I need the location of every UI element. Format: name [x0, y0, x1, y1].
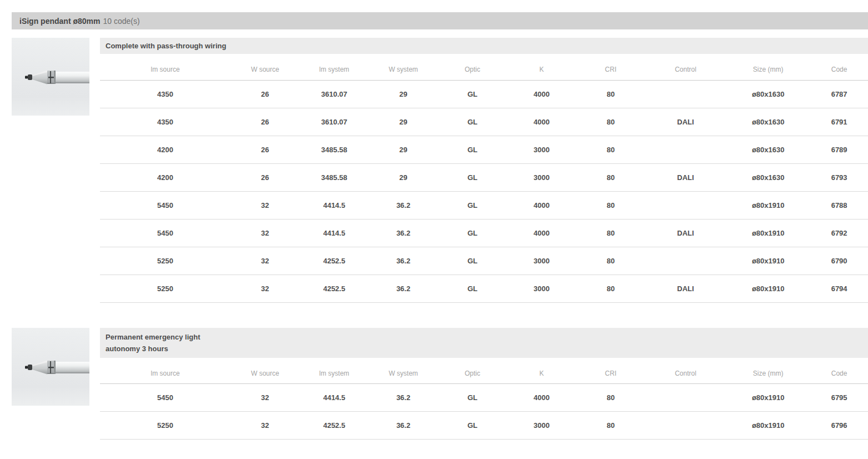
- table-cell: GL: [438, 247, 507, 275]
- table-cell: [645, 191, 726, 219]
- column-header: W system: [369, 358, 438, 384]
- table-row: 4200263485.5829GL300080DALIø80x16306793: [100, 163, 868, 191]
- table-cell: 26: [230, 163, 299, 191]
- table-cell: 4000: [507, 108, 576, 136]
- table-cell: 6789: [810, 136, 868, 163]
- column-header: lm system: [300, 358, 369, 384]
- table-cell: 6788: [810, 191, 868, 219]
- table-cell: ø80x1630: [726, 163, 810, 191]
- table-cell: 4414.5: [300, 384, 369, 412]
- table-cell: 36.2: [369, 412, 438, 440]
- table-cell: ø80x1910: [726, 247, 810, 275]
- table-cell: 32: [230, 219, 299, 247]
- table-cell: 4350: [100, 80, 230, 108]
- table-cell: ø80x1630: [726, 108, 810, 136]
- table-cell: 3000: [507, 247, 576, 275]
- table-cell: 5450: [100, 384, 230, 412]
- table-cell: 4000: [507, 219, 576, 247]
- table-cell: 36.2: [369, 191, 438, 219]
- table-cell: ø80x1630: [726, 80, 810, 108]
- table-cell: GL: [438, 219, 507, 247]
- table-cell: 80: [576, 108, 645, 136]
- table-cell: 80: [576, 247, 645, 275]
- column-header: lm source: [100, 54, 230, 80]
- table-cell: [645, 247, 726, 275]
- table-cell: 80: [576, 80, 645, 108]
- table-cell: 5250: [100, 247, 230, 275]
- table-cell: 4200: [100, 163, 230, 191]
- table-cell: 6796: [810, 412, 868, 440]
- table-cell: [645, 412, 726, 440]
- product-code-count: 10 code(s): [103, 17, 139, 26]
- table-cell: GL: [438, 136, 507, 163]
- table-cell: 80: [576, 412, 645, 440]
- product-thumbnail[interactable]: [12, 328, 89, 406]
- table-cell: 3610.07: [300, 108, 369, 136]
- table-cell: ø80x1910: [726, 275, 810, 302]
- column-header: W source: [230, 358, 299, 384]
- table-cell: ø80x1910: [726, 191, 810, 219]
- table-cell: DALI: [645, 275, 726, 302]
- column-header: lm source: [100, 358, 230, 384]
- table-cell: DALI: [645, 163, 726, 191]
- table-cell: 4414.5: [300, 191, 369, 219]
- table-cell: 26: [230, 136, 299, 163]
- section-body: Permanent emergency light autonomy 3 hou…: [100, 328, 868, 440]
- table-cell: 4414.5: [300, 219, 369, 247]
- column-header: K: [507, 54, 576, 80]
- table-cell: 4000: [507, 384, 576, 412]
- table-cell: DALI: [645, 108, 726, 136]
- table-row: 5450324414.536.2GL400080ø80x19106788: [100, 191, 868, 219]
- column-header: Size (mm): [726, 54, 810, 80]
- table-cell: 29: [369, 163, 438, 191]
- product-thumbnail[interactable]: [12, 38, 89, 116]
- table-cell: 5450: [100, 191, 230, 219]
- table-cell: 29: [369, 136, 438, 163]
- column-header: Control: [645, 54, 726, 80]
- table-cell: 4350: [100, 108, 230, 136]
- table-cell: 32: [230, 412, 299, 440]
- pendant-photo-image: [12, 38, 89, 116]
- table-cell: 4000: [507, 191, 576, 219]
- table-cell: GL: [438, 163, 507, 191]
- spec-table: lm sourceW sourcelm systemW systemOpticK…: [100, 54, 868, 303]
- table-cell: [645, 384, 726, 412]
- table-cell: ø80x1910: [726, 219, 810, 247]
- table-cell: 80: [576, 191, 645, 219]
- table-cell: 4000: [507, 80, 576, 108]
- section-emergency-light: Permanent emergency light autonomy 3 hou…: [12, 328, 868, 440]
- table-cell: 3000: [507, 163, 576, 191]
- table-cell: 3000: [507, 275, 576, 302]
- table-row: 4350263610.0729GL400080ø80x16306787: [100, 80, 868, 108]
- column-header: lm system: [300, 54, 369, 80]
- table-cell: 29: [369, 108, 438, 136]
- table-cell: 26: [230, 80, 299, 108]
- table-cell: 80: [576, 219, 645, 247]
- table-cell: 80: [576, 275, 645, 302]
- table-cell: 4252.5: [300, 247, 369, 275]
- table-cell: GL: [438, 108, 507, 136]
- table-row: 5250324252.536.2GL300080ø80x19106790: [100, 247, 868, 275]
- variant-header: Complete with pass-through wiring: [100, 38, 868, 54]
- table-cell: 5450: [100, 219, 230, 247]
- table-cell: 6787: [810, 80, 868, 108]
- table-cell: ø80x1630: [726, 136, 810, 163]
- table-cell: GL: [438, 384, 507, 412]
- table-row: 5450324414.536.2GL400080ø80x19106795: [100, 384, 868, 412]
- table-cell: 32: [230, 384, 299, 412]
- table-cell: ø80x1910: [726, 384, 810, 412]
- table-cell: 3000: [507, 412, 576, 440]
- table-cell: 6790: [810, 247, 868, 275]
- table-cell: 3610.07: [300, 80, 369, 108]
- variant-header: Permanent emergency light autonomy 3 hou…: [100, 328, 868, 358]
- table-cell: 6794: [810, 275, 868, 302]
- table-cell: DALI: [645, 219, 726, 247]
- variant-header-line: Permanent emergency light: [106, 331, 868, 343]
- column-header: Control: [645, 358, 726, 384]
- table-cell: 4252.5: [300, 412, 369, 440]
- table-cell: [645, 136, 726, 163]
- table-cell: 3485.58: [300, 163, 369, 191]
- table-cell: 6791: [810, 108, 868, 136]
- table-cell: ø80x1910: [726, 412, 810, 440]
- table-cell: 36.2: [369, 247, 438, 275]
